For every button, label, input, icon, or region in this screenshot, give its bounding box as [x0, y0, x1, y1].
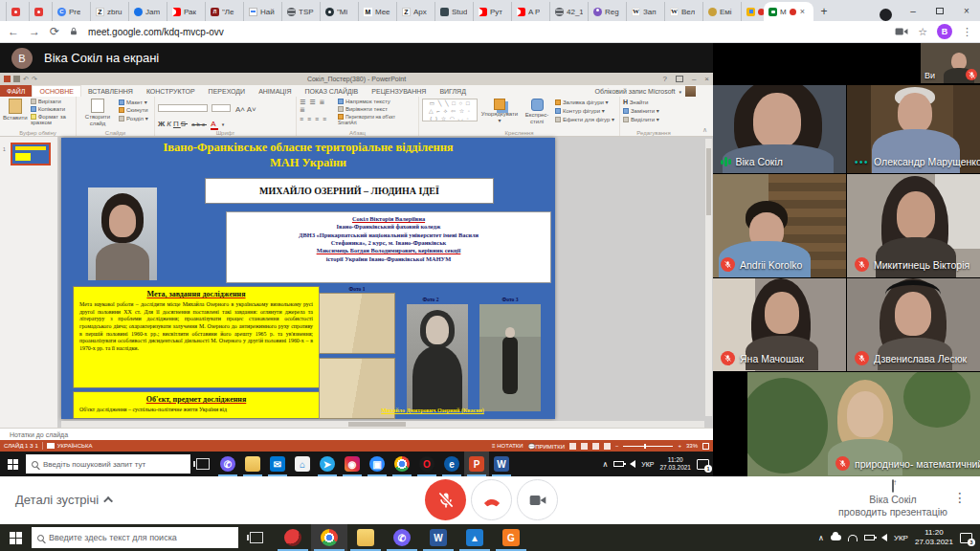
font-name-box — [158, 104, 208, 112]
viber-icon[interactable]: ✆ — [384, 524, 420, 551]
file-explorer-icon[interactable] — [347, 524, 384, 551]
browser-menu-icon[interactable]: ⋮ — [962, 26, 972, 38]
browser-tab[interactable]: "Mi — [320, 2, 358, 21]
browser-tab[interactable]: TSP — [281, 2, 320, 21]
chrome-icon[interactable] — [311, 524, 347, 551]
browser-tab[interactable]: Jam — [128, 2, 167, 21]
browser-tab[interactable]: Най — [243, 2, 281, 21]
shape-effects-button: Ефекти для фігур ▾ — [555, 116, 614, 122]
browser-tab[interactable]: Зап — [626, 2, 664, 21]
browser-tab[interactable]: Mee — [358, 2, 396, 21]
participant-name: Andrii Korolko — [721, 257, 802, 272]
m-favicon — [364, 8, 372, 16]
reading-view-icon — [592, 443, 599, 450]
browser-tab[interactable]: "Ле — [205, 2, 243, 21]
notification-icon[interactable]: 3 — [960, 533, 972, 543]
browser-tab[interactable]: Apx — [396, 2, 434, 21]
browser-tab[interactable]: Reg — [588, 2, 626, 21]
align-text-button: Вирівняти текст — [338, 106, 415, 112]
local-search-placeholder: Введите здесь текст для поиска — [49, 533, 177, 542]
local-clock[interactable]: 11:2027.03.2021 — [915, 528, 953, 548]
select-icon — [623, 117, 629, 122]
back-icon[interactable]: ← — [8, 25, 19, 38]
instagram-icon: ◉ — [340, 452, 365, 476]
shared-taskbar: Введіть пошуковий запит тут ✆ ✉ ⌂ ➤ ◉ ▣ … — [0, 452, 713, 476]
drawing-group: ▭ ╲ ╲ □ ○ □△ ⌐ ⟡ ⇦ ☆ ◦{ } ☆ ◠ ◡ ◦ Упоряд… — [419, 97, 620, 136]
section-icon — [119, 116, 124, 121]
browser-tab[interactable]: 42_1 — [549, 2, 588, 21]
close-window-button[interactable]: × — [953, 0, 980, 21]
media-controls-icon[interactable] — [880, 9, 892, 21]
participant-tile[interactable]: Віка Сокіл — [713, 85, 846, 173]
browser-tab[interactable]: Рак — [167, 2, 205, 21]
shared-screen-stage[interactable]: Сокіл_Постер(380) - PowerPoint ↶↷ ?–× ФА… — [0, 73, 713, 476]
tray-expand-icon[interactable]: ∧ — [818, 534, 824, 542]
mic-off-icon — [966, 69, 977, 80]
keyboard-language[interactable]: УКР — [894, 534, 908, 542]
participant-tile[interactable]: Яна Мачошак — [713, 278, 846, 371]
maximize-button[interactable] — [926, 0, 953, 21]
shared-tray: ∧ УКР 11:2027.03.2021 1 — [602, 456, 709, 473]
participant-tile[interactable]: Дзвенислава Лесюк — [847, 278, 980, 371]
browser-tab[interactable]: Pre — [52, 2, 90, 21]
new-tab-button[interactable]: + — [813, 2, 835, 21]
gom-player-icon[interactable]: G — [493, 524, 529, 551]
forward-icon[interactable]: → — [29, 25, 40, 38]
browser-tab[interactable] — [29, 2, 52, 21]
profile-avatar[interactable]: B — [937, 24, 952, 39]
browser-tab[interactable] — [741, 2, 764, 21]
browser-tab[interactable] — [6, 2, 29, 21]
browser-tab[interactable]: Емі — [702, 2, 741, 21]
paste-label: Вставити — [3, 115, 28, 121]
tab-label: Най — [260, 8, 275, 16]
browser-tab-active[interactable]: M× — [764, 2, 813, 21]
camera-indicator-icon[interactable] — [895, 27, 908, 36]
browser-tab[interactable]: A P — [511, 2, 549, 21]
quick-styles-button: Експрес-стилі — [522, 99, 552, 127]
mic-toggle-button[interactable] — [425, 479, 466, 520]
leave-call-button[interactable] — [471, 479, 512, 520]
meeting-details-button[interactable]: Деталі зустрічі — [15, 493, 113, 507]
browser-tab[interactable]: Stud — [434, 2, 473, 21]
ppt-close-icon: × — [704, 75, 709, 83]
globe-favicon — [287, 8, 296, 16]
zoom-slider — [623, 446, 673, 447]
participant-tile[interactable]: Микитинець Вікторія — [847, 174, 980, 277]
photo-portrait — [407, 304, 468, 411]
presenting-status: Віка Сокіл проводить презентацію — [821, 480, 965, 519]
layout-button: Макет ▾ — [119, 99, 148, 105]
browser-tab[interactable]: zbru — [90, 2, 128, 21]
start-button[interactable] — [10, 532, 22, 544]
reset-button: Скинути — [119, 107, 148, 113]
collapse-ribbon-icon: ∧ — [702, 126, 707, 134]
ppt-ribbon: Вставити Вирізати Копіювати Формат за зр… — [0, 97, 713, 137]
task-view-icon[interactable] — [238, 524, 275, 551]
notification-icon: 1 — [697, 459, 709, 470]
ribbon-tab-review: РЕЦЕНЗУВАННЯ — [365, 85, 433, 97]
ribbon-tab-animations: АНІМАЦІЯ — [252, 85, 298, 97]
url-text[interactable]: meet.google.com/kdq-mvcp-ovv — [88, 27, 885, 37]
bookmark-star-icon[interactable]: ☆ — [918, 26, 927, 38]
word-icon[interactable]: W — [420, 524, 457, 551]
close-tab-icon[interactable]: × — [800, 7, 805, 16]
person-favicon — [593, 8, 602, 16]
camera-toggle-button[interactable] — [517, 479, 558, 520]
local-search-box[interactable]: Введите здесь текст для поиска — [32, 527, 238, 548]
photos-icon[interactable]: ▲ — [457, 524, 493, 551]
participant-tile[interactable]: •••Олександр Марущенко — [847, 85, 980, 173]
video-favicon — [172, 8, 181, 16]
more-options-icon[interactable]: ⋮ — [953, 490, 967, 505]
self-video-tile[interactable]: Ви — [921, 43, 980, 83]
browser-tab[interactable]: Вел — [664, 2, 702, 21]
tab-label: "Mi — [337, 8, 347, 16]
present-screen-icon — [892, 479, 894, 493]
minimize-button[interactable]: – — [900, 0, 926, 21]
browser-tab[interactable]: Рут — [473, 2, 511, 21]
shape-effects-icon — [555, 117, 561, 122]
reload-icon[interactable]: ⟳ — [50, 25, 59, 38]
participant-tile[interactable]: Andrii Korolko — [713, 174, 846, 277]
participant-tile[interactable]: природничо- математичний ліцей — [747, 372, 980, 476]
slides-favicon — [746, 8, 755, 16]
participant-name: Яна Мачошак — [721, 351, 804, 365]
ccleaner-icon[interactable] — [275, 524, 311, 551]
